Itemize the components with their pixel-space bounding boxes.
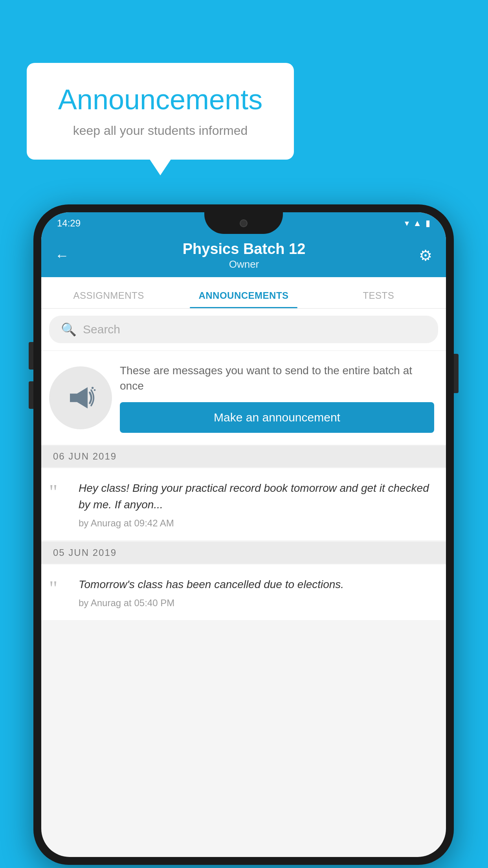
announcement-meta-1: by Anurag at 09:42 AM [79,518,434,529]
battery-icon: ▮ [426,218,430,228]
search-bar[interactable]: 🔍 Search [49,316,438,343]
phone-screen: 14:29 ▾ ▲ ▮ ← Physics Batch 12 Owner ⚙ [41,212,446,857]
date-separator-2: 05 JUN 2019 [41,542,446,564]
status-icons: ▾ ▲ ▮ [405,218,430,228]
promo-right: These are messages you want to send to t… [120,363,434,433]
announcement-message-1: Hey class! Bring your practical record b… [79,480,434,513]
announcement-meta-2: by Anurag at 05:40 PM [79,598,434,609]
tab-assignments[interactable]: ASSIGNMENTS [41,290,176,308]
svg-marker-0 [70,387,88,408]
screen-content: 🔍 Search [41,309,446,621]
front-camera [240,219,248,227]
megaphone-circle [49,366,112,429]
phone-frame: 14:29 ▾ ▲ ▮ ← Physics Batch 12 Owner ⚙ [33,204,454,865]
bubble-title: Announcements [50,83,270,116]
phone-mockup: 14:29 ▾ ▲ ▮ ← Physics Batch 12 Owner ⚙ [33,204,454,865]
status-time: 14:29 [57,218,81,229]
search-bar-container: 🔍 Search [41,309,446,350]
power-button [454,354,459,393]
make-announcement-button[interactable]: Make an announcement [120,402,434,433]
svg-point-2 [94,389,96,391]
tab-announcements[interactable]: ANNOUNCEMENTS [176,290,311,308]
app-bar: ← Physics Batch 12 Owner ⚙ [41,234,446,277]
tabs-container: ASSIGNMENTS ANNOUNCEMENTS TESTS [41,277,446,309]
quote-icon-1: " [49,482,71,502]
speech-bubble: Announcements keep all your students inf… [27,63,294,160]
quote-icon-2: " [49,578,71,599]
back-button[interactable]: ← [55,247,69,264]
tab-tests[interactable]: TESTS [311,290,446,308]
announcement-text-area-2: Tomorrow's class has been cancelled due … [79,576,434,609]
app-bar-title-area: Physics Batch 12 Owner [69,241,419,270]
settings-icon[interactable]: ⚙ [419,247,432,264]
wifi-icon: ▾ [405,218,409,228]
signal-icon: ▲ [413,218,422,228]
announcement-item-1[interactable]: " Hey class! Bring your practical record… [41,468,446,541]
announcement-message-2: Tomorrow's class has been cancelled due … [79,576,434,593]
promo-description: These are messages you want to send to t… [120,363,434,394]
search-placeholder: Search [83,323,120,336]
speech-bubble-area: Announcements keep all your students inf… [27,63,294,160]
announcement-promo: These are messages you want to send to t… [41,351,446,445]
date-separator-1: 06 JUN 2019 [41,445,446,467]
search-icon: 🔍 [61,322,77,337]
svg-point-1 [92,387,94,389]
volume-up-button [29,342,33,370]
megaphone-icon [63,380,98,416]
bubble-subtitle: keep all your students informed [50,123,270,138]
app-bar-subtitle: Owner [69,258,419,270]
app-bar-title: Physics Batch 12 [69,241,419,257]
announcement-text-area-1: Hey class! Bring your practical record b… [79,480,434,529]
phone-notch [204,212,283,234]
announcement-item-2[interactable]: " Tomorrow's class has been cancelled du… [41,565,446,621]
volume-down-button [29,381,33,409]
